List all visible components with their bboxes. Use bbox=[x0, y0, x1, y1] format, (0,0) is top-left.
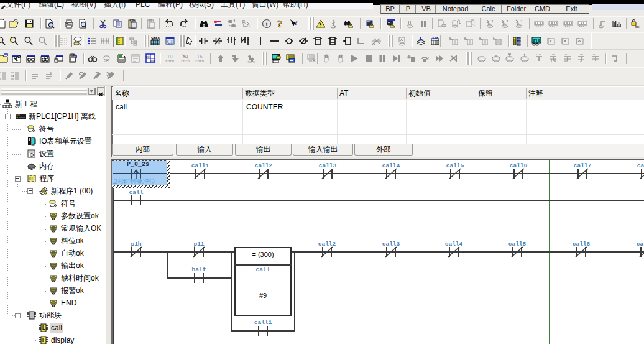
svg-text:002: 002 bbox=[150, 60, 155, 63]
svg-text:001: 001 bbox=[145, 55, 150, 58]
svg-text:A: A bbox=[242, 20, 246, 24]
svg-text:?: ? bbox=[277, 19, 283, 29]
svg-text:rorn: rorn bbox=[165, 58, 175, 63]
svg-text:SMA: SMA bbox=[151, 36, 160, 40]
svg-text:i: i bbox=[265, 20, 267, 27]
svg-text:?: ? bbox=[294, 19, 298, 26]
svg-text:CI: CI bbox=[167, 39, 173, 45]
svg-text:L: L bbox=[42, 325, 45, 331]
svg-text:rorn: rorn bbox=[195, 58, 205, 63]
svg-text:rorn: rorn bbox=[247, 60, 255, 63]
svg-text:rorn: rorn bbox=[181, 58, 190, 63]
svg-text:L: L bbox=[42, 338, 45, 343]
